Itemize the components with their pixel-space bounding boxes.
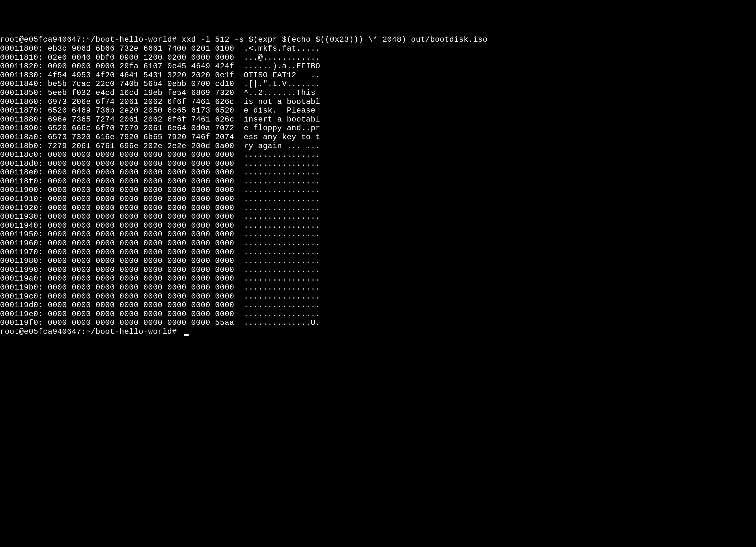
hex-offset: 00011810 [0, 53, 38, 62]
hex-ascii: ................ [244, 266, 320, 274]
command-text: xxd -l 512 -s $(expr $(echo $((0x23))) \… [182, 35, 488, 44]
hex-ascii: ................ [244, 212, 320, 221]
hex-offset: 00011840 [0, 80, 38, 88]
hex-ascii: .[|.".t.V....... [244, 80, 320, 88]
hexdump-row: 00011940: 0000 0000 0000 0000 0000 0000 … [0, 221, 756, 230]
hexdump-row: 000119d0: 0000 0000 0000 0000 0000 0000 … [0, 301, 756, 310]
hex-bytes: 6520 6469 736b 2e20 2050 6c65 6173 6520 [48, 106, 234, 115]
hexdump-row: 00011810: 02e0 0040 0bf0 0900 1200 0200 … [0, 53, 756, 62]
hex-bytes: 7279 2061 6761 696e 202e 2e2e 200d 0a00 [48, 142, 234, 150]
hexdump-row: 00011960: 0000 0000 0000 0000 0000 0000 … [0, 239, 756, 248]
hex-bytes: 6573 7320 616e 7920 6b65 7920 746f 2074 [48, 133, 234, 141]
hex-ascii: is not a bootabl [244, 98, 320, 106]
hex-bytes: 0000 0000 0000 0000 0000 0000 0000 0000 [48, 283, 234, 292]
hex-offset: 00011920 [0, 204, 38, 212]
hexdump-row: 000118c0: 0000 0000 0000 0000 0000 0000 … [0, 150, 756, 159]
hex-offset: 00011860 [0, 98, 38, 106]
hex-bytes: 0000 0000 0000 0000 0000 0000 0000 0000 [48, 212, 234, 221]
hex-ascii: ......).a..EFIBO [244, 62, 320, 71]
terminal-output[interactable]: root@e05fca940647:~/boot-hello-world# xx… [0, 35, 756, 336]
hexdump-row: 000118e0: 0000 0000 0000 0000 0000 0000 … [0, 168, 756, 177]
hexdump-row: 00011930: 0000 0000 0000 0000 0000 0000 … [0, 212, 756, 221]
hex-ascii: ................ [244, 204, 320, 212]
shell-prompt: root@e05fca940647:~/boot-hello-world# [0, 35, 182, 44]
hex-ascii: ................ [244, 310, 320, 318]
hexdump-row: 00011910: 0000 0000 0000 0000 0000 0000 … [0, 195, 756, 204]
hex-bytes: 0000 0000 0000 0000 0000 0000 0000 0000 [48, 177, 234, 186]
hex-ascii: ................ [244, 195, 320, 203]
hexdump-row: 00011970: 0000 0000 0000 0000 0000 0000 … [0, 248, 756, 257]
hexdump-row: 000119e0: 0000 0000 0000 0000 0000 0000 … [0, 310, 756, 319]
hex-offset: 000119c0 [0, 292, 38, 301]
hex-ascii: ................ [244, 257, 320, 265]
hex-offset: 00011830 [0, 71, 38, 80]
hex-bytes: 4f54 4953 4f20 4641 5431 3220 2020 0e1f [48, 71, 234, 80]
hex-ascii: ................ [244, 301, 320, 309]
hexdump-row: 00011820: 0000 0000 0000 29fa 6107 0e45 … [0, 62, 756, 71]
hex-bytes: 0000 0000 0000 0000 0000 0000 0000 0000 [48, 266, 234, 274]
hexdump-row: 00011830: 4f54 4953 4f20 4641 5431 3220 … [0, 71, 756, 80]
hexdump-row: 00011880: 696e 7365 7274 2061 2062 6f6f … [0, 115, 756, 124]
hexdump-row: 00011950: 0000 0000 0000 0000 0000 0000 … [0, 230, 756, 239]
hex-ascii: ^..2.......This [244, 89, 320, 97]
hex-offset: 000119f0 [0, 318, 38, 327]
hex-offset: 00011960 [0, 239, 38, 248]
hexdump-row: 000118a0: 6573 7320 616e 7920 6b65 7920 … [0, 133, 756, 142]
hexdump-row: 000119f0: 0000 0000 0000 0000 0000 0000 … [0, 318, 756, 327]
hex-bytes: be5b 7cac 22c0 740b 56b4 0ebb 0700 cd10 [48, 80, 234, 88]
hex-offset: 000119b0 [0, 283, 38, 292]
hex-ascii: ................ [244, 221, 320, 230]
hexdump-row: 000119c0: 0000 0000 0000 0000 0000 0000 … [0, 292, 756, 301]
hex-bytes: 0000 0000 0000 0000 0000 0000 0000 0000 [48, 292, 234, 301]
hex-ascii: e floppy and..pr [244, 124, 320, 133]
hex-ascii: ..............U. [244, 318, 320, 327]
hexdump-row: 00011870: 6520 6469 736b 2e20 2050 6c65 … [0, 106, 756, 115]
hex-offset: 00011930 [0, 212, 38, 221]
hex-ascii: ................ [244, 239, 320, 248]
hex-bytes: 6973 206e 6f74 2061 2062 6f6f 7461 626c [48, 98, 234, 106]
hex-offset: 00011880 [0, 115, 38, 124]
hex-offset: 00011980 [0, 257, 38, 265]
hexdump-row: 000118d0: 0000 0000 0000 0000 0000 0000 … [0, 159, 756, 168]
hex-bytes: 0000 0000 0000 0000 0000 0000 0000 0000 [48, 186, 234, 194]
hexdump-row: 00011840: be5b 7cac 22c0 740b 56b4 0ebb … [0, 80, 756, 89]
hex-bytes: 0000 0000 0000 0000 0000 0000 0000 0000 [48, 204, 234, 212]
hex-bytes: 0000 0000 0000 0000 0000 0000 0000 0000 [48, 195, 234, 203]
hex-ascii: ................ [244, 292, 320, 301]
hexdump-row: 00011850: 5eeb f032 e4cd 16cd 19eb fe54 … [0, 89, 756, 98]
hex-bytes: 0000 0000 0000 0000 0000 0000 0000 0000 [48, 301, 234, 309]
hex-offset: 000119a0 [0, 274, 38, 283]
hex-ascii: ................ [244, 150, 320, 159]
hexdump-row: 00011980: 0000 0000 0000 0000 0000 0000 … [0, 257, 756, 266]
hex-ascii: ................ [244, 186, 320, 194]
hex-bytes: 0000 0000 0000 0000 0000 0000 0000 0000 [48, 150, 234, 159]
hex-ascii: e disk. Please [244, 106, 320, 115]
hex-offset: 00011820 [0, 62, 38, 71]
hex-offset: 00011910 [0, 195, 38, 203]
hexdump-row: 000119a0: 0000 0000 0000 0000 0000 0000 … [0, 274, 756, 283]
hex-offset: 000118f0 [0, 177, 38, 186]
hexdump-output: 00011800: eb3c 906d 6b66 732e 6661 7400 … [0, 44, 756, 327]
hex-ascii: insert a bootabl [244, 115, 320, 124]
hex-offset: 00011940 [0, 221, 38, 230]
hexdump-row: 000118b0: 7279 2061 6761 696e 202e 2e2e … [0, 142, 756, 151]
hex-ascii: ................ [244, 248, 320, 257]
hexdump-row: 00011920: 0000 0000 0000 0000 0000 0000 … [0, 204, 756, 213]
hex-offset: 00011890 [0, 124, 38, 133]
hex-ascii: ................ [244, 283, 320, 292]
prompt-line[interactable]: root@e05fca940647:~/boot-hello-world# [0, 327, 756, 336]
hex-offset: 00011950 [0, 230, 38, 239]
hex-bytes: eb3c 906d 6b66 732e 6661 7400 0201 0100 [48, 44, 234, 53]
hex-bytes: 0000 0000 0000 29fa 6107 0e45 4649 424f [48, 62, 234, 71]
hex-offset: 000119d0 [0, 301, 38, 309]
hex-ascii: ry again ... ... [244, 142, 320, 150]
hex-offset: 000118d0 [0, 159, 38, 168]
hex-offset: 00011850 [0, 89, 38, 97]
hex-offset: 00011990 [0, 266, 38, 274]
hex-bytes: 696e 7365 7274 2061 2062 6f6f 7461 626c [48, 115, 234, 124]
hexdump-row: 00011860: 6973 206e 6f74 2061 2062 6f6f … [0, 98, 756, 107]
hex-bytes: 0000 0000 0000 0000 0000 0000 0000 0000 [48, 257, 234, 265]
hex-ascii: ...@............ [244, 53, 320, 62]
hex-offset: 00011900 [0, 186, 38, 194]
hex-bytes: 0000 0000 0000 0000 0000 0000 0000 55aa [48, 318, 234, 327]
